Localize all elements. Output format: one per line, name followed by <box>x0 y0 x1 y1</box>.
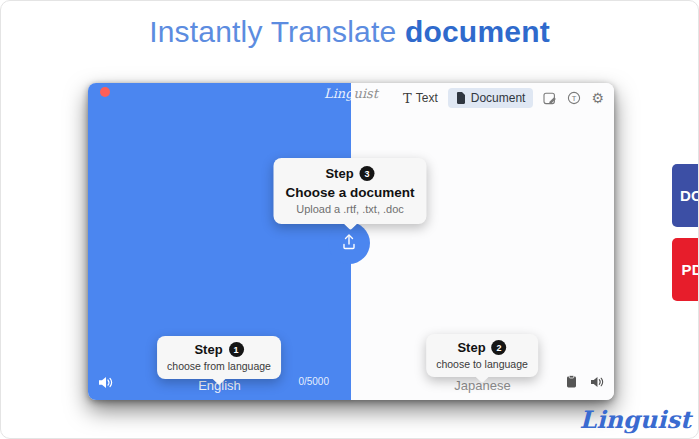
close-traffic-light-icon[interactable] <box>100 87 110 97</box>
svg-text:T: T <box>572 94 577 103</box>
step3-title: Choose a document <box>285 185 414 200</box>
file-type-card-doc: DOC <box>672 164 699 227</box>
toolbar: T Text Document T ⚙ <box>403 88 604 108</box>
gear-icon[interactable]: ⚙ <box>591 91 604 105</box>
step1-label: Step <box>194 342 222 357</box>
page-title-bold: document <box>405 15 550 48</box>
file-ext-label: DOC <box>680 187 699 204</box>
step1-tooltip: Step 1 choose from language <box>157 336 281 379</box>
step2-label: Step <box>457 340 485 355</box>
step2-number-badge: 2 <box>492 340 507 355</box>
page: Instantly Translate document English 0/5… <box>0 0 699 439</box>
page-title: Instantly Translate document <box>1 15 698 49</box>
clipboard-icon[interactable] <box>565 374 578 392</box>
step2-tooltip: Step 2 choose to language <box>426 334 538 377</box>
file-type-card-pdf: PDF <box>672 238 699 301</box>
step3-label: Step <box>325 166 353 181</box>
brand-logo: Linguist <box>580 405 691 434</box>
step2-header: Step 2 <box>436 340 528 355</box>
tab-document[interactable]: Document <box>448 88 534 108</box>
char-counter: 0/5000 <box>298 376 329 387</box>
step1-number-badge: 1 <box>229 342 244 357</box>
step3-header: Step 3 <box>285 166 414 181</box>
file-type-grid: DOC TXT RTF PDF <box>672 164 699 301</box>
step3-description: Upload a .rtf, .txt, .doc <box>285 203 414 215</box>
step3-number-badge: 3 <box>360 166 375 181</box>
page-title-light: Instantly Translate <box>149 15 396 48</box>
document-icon <box>456 92 466 104</box>
target-actions <box>565 374 604 392</box>
compose-icon[interactable] <box>543 91 557 105</box>
circled-t-icon[interactable]: T <box>567 91 581 105</box>
step3-tooltip: Step 3 Choose a document Upload a .rtf, … <box>273 158 426 224</box>
tab-text-label: Text <box>416 91 438 105</box>
file-ext-label: PDF <box>682 261 699 278</box>
tab-text[interactable]: T Text <box>403 91 438 105</box>
app-window: English 0/5000 DOC TXT RTF PDF Japanese <box>88 83 614 400</box>
tab-document-label: Document <box>471 91 526 105</box>
upload-icon <box>339 232 359 255</box>
target-speaker-icon[interactable] <box>590 374 604 392</box>
text-icon: T <box>403 92 412 105</box>
step1-header: Step 1 <box>167 342 271 357</box>
